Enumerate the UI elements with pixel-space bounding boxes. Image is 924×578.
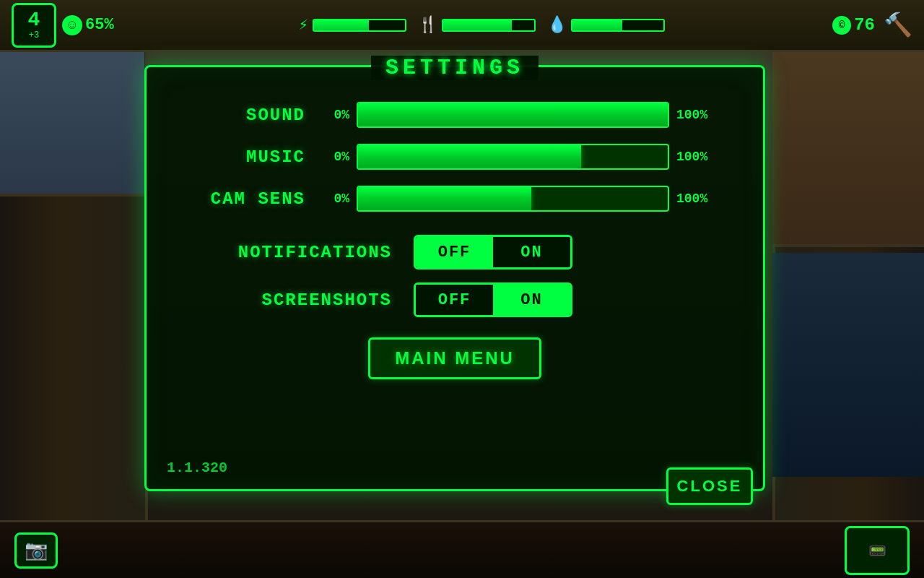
sound-label: SOUND — [190, 105, 305, 125]
resource-bars: ⚡ 🍴 💧 — [131, 15, 833, 35]
bottom-bar: 📷 📟 — [0, 520, 924, 578]
water-icon: 💧 — [547, 15, 567, 35]
power-bar-track — [313, 19, 406, 32]
screenshots-on-label: ON — [493, 285, 570, 315]
hud-right: © 76 🔨 — [832, 11, 912, 40]
level-number: 4 — [28, 10, 40, 30]
notifications-row: NOTIFICATIONS OFF ON — [190, 235, 720, 269]
level-bonus: +3 — [29, 30, 39, 40]
power-bar-group: ⚡ — [299, 15, 406, 35]
settings-title: SETTINGS — [371, 56, 539, 80]
screenshots-off-label: OFF — [416, 285, 493, 315]
sound-min: 0% — [317, 108, 349, 122]
power-bar-fill — [314, 20, 369, 30]
water-bar-track — [571, 19, 665, 32]
pip-boy-button[interactable]: 📟 — [845, 526, 910, 575]
cam-sens-slider-track[interactable] — [357, 186, 669, 212]
sound-slider-fill — [358, 103, 668, 126]
cam-sens-row: CAM SENS 0% 100% — [190, 186, 720, 212]
screenshots-label: SCREENSHOTS — [190, 290, 392, 310]
room-right-top — [772, 52, 924, 247]
power-icon: ⚡ — [299, 15, 308, 35]
hud-bar: 4 +3 ☺ 65% ⚡ 🍴 💧 © 76 — [0, 0, 924, 52]
music-slider-fill — [358, 145, 581, 168]
music-slider-track[interactable] — [357, 144, 669, 170]
sound-row: SOUND 0% 100% — [190, 102, 720, 128]
close-button[interactable]: CLOSE — [666, 467, 753, 505]
version-label: 1.1.320 — [167, 460, 227, 476]
music-row: MUSIC 0% 100% — [190, 144, 720, 170]
settings-title-bar: SETTINGS — [147, 56, 763, 80]
main-menu-button[interactable]: MAIN MENU — [368, 337, 541, 379]
caps-value: 76 — [854, 15, 875, 35]
cam-sens-max: 100% — [676, 191, 720, 206]
water-bar-group: 💧 — [547, 15, 665, 35]
caps-icon: © — [832, 16, 851, 35]
happiness-icon: ☺ — [62, 15, 82, 35]
food-bar-track — [442, 19, 536, 32]
notifications-on-label: ON — [493, 237, 570, 267]
cam-sens-min: 0% — [317, 191, 349, 206]
food-bar-fill — [443, 20, 512, 30]
notifications-toggle[interactable]: OFF ON — [414, 235, 572, 269]
room-left — [0, 52, 144, 197]
settings-content: SOUND 0% 100% MUSIC 0% 100% CAM SENS 0% … — [147, 80, 763, 394]
music-max: 100% — [676, 150, 720, 164]
main-menu-btn-wrapper: MAIN MENU — [190, 337, 720, 379]
level-badge: 4 +3 — [12, 3, 56, 48]
cam-sens-label: CAM SENS — [190, 189, 305, 209]
music-label: MUSIC — [190, 147, 305, 167]
notifications-label: NOTIFICATIONS — [190, 243, 392, 262]
music-min: 0% — [317, 150, 349, 164]
sound-slider-track[interactable] — [357, 102, 669, 128]
camera-button[interactable]: 📷 — [14, 532, 58, 569]
settings-dialog: SETTINGS SOUND 0% 100% MUSIC 0% 100% CAM… — [144, 65, 765, 491]
water-bar-fill — [572, 20, 622, 30]
happiness-value: 65% — [85, 16, 114, 34]
pip-boy-icon: 📟 — [868, 542, 886, 559]
sound-max: 100% — [676, 108, 720, 122]
notifications-off-label: OFF — [416, 237, 493, 267]
food-icon: 🍴 — [418, 15, 437, 35]
happiness-display: ☺ 65% — [62, 15, 114, 35]
cam-sens-slider-fill — [358, 187, 531, 210]
build-icon[interactable]: 🔨 — [884, 11, 912, 40]
room-right-bottom — [772, 253, 924, 477]
food-bar-group: 🍴 — [418, 15, 536, 35]
camera-icon: 📷 — [25, 539, 48, 561]
screenshots-toggle[interactable]: OFF ON — [414, 282, 572, 317]
screenshots-row: SCREENSHOTS OFF ON — [190, 282, 720, 317]
caps-display: © 76 — [832, 15, 875, 35]
